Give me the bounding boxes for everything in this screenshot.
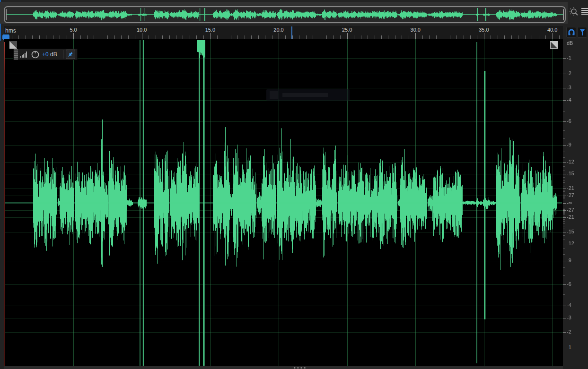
db-tick [563,152,565,152]
ruler-tick [162,35,163,39]
ruler-tick [388,35,388,39]
tooltip-icon-ghost [270,91,278,99]
ruler-tick [361,35,361,39]
zoom-navigator[interactable] [4,6,566,23]
ruler-time-label: 35.0 [476,27,492,33]
db-tick [563,261,566,261]
ruler-tick [422,35,423,39]
ruler-tick [203,35,204,39]
db-label: -4 [567,302,571,308]
ruler-time-label: 5.0 [65,27,81,33]
ruler-tick [340,35,341,39]
drag-grip-icon[interactable] [14,49,18,60]
ruler-tick [169,35,170,39]
ruler-tick [87,35,88,39]
db-tick [563,189,566,189]
db-tick [563,249,565,249]
zoom-tool-icon[interactable] [569,7,580,18]
ruler-tick [94,35,94,39]
bottom-grip-icon[interactable] [294,367,307,369]
overview-strip [0,2,568,24]
db-label: -1 [567,55,571,60]
ruler-tick [128,35,129,39]
ruler-tick [217,35,218,39]
ruler-tick [26,35,26,39]
db-tick [563,74,566,74]
gain-value[interactable]: +0 dB [42,51,57,58]
db-tick [563,88,566,88]
db-label: -3 [567,315,571,320]
ruler-tick [32,35,33,39]
bottom-resize-strip[interactable] [4,366,563,369]
db-label: -4 [567,97,571,103]
db-scale-ruler[interactable]: dB -1-1-2-2-3-3-4-4-6-6-9-9-12-12-15-15-… [563,39,588,369]
hud-pin-button[interactable] [66,50,75,59]
gain-hud[interactable]: +0 dB [13,49,78,60]
db-tick [563,229,565,229]
pushpin-icon [67,51,73,58]
ruler-tick [532,35,532,39]
db-tick [563,58,566,59]
db-tick [563,174,566,174]
ruler-time-label: 15.0 [202,27,218,33]
db-tick [563,217,566,218]
db-tick [563,145,566,146]
ruler-tick [190,35,190,39]
corner-split-handle-left[interactable] [9,41,17,49]
db-label: -15 [567,171,574,176]
ruler-tick [491,35,491,39]
ruler-tick [299,35,299,39]
ruler-tick [402,35,402,39]
db-label: -21 [567,185,574,191]
db-tick [563,213,565,214]
waveform-editor[interactable]: +0 dB [4,39,563,366]
ruler-tick [415,33,416,39]
ruler-tick [395,35,395,39]
db-tick [563,162,566,163]
db-tick [563,121,566,122]
ruler-tick [443,35,443,39]
db-label: -3 [567,85,571,90]
db-tick [563,198,565,198]
db-tick [563,240,565,240]
db-tick [563,138,565,139]
corner-split-handle-right[interactable] [550,41,558,49]
db-tick [563,294,565,295]
ruler-tick [477,35,477,39]
ruler-time-label: 40.0 [544,27,561,33]
db-label: -12 [567,240,574,246]
timeline-ruler[interactable]: hms 5.010.015.020.025.030.035.040.0 [4,26,563,39]
db-tick [563,209,565,209]
timeline-marker[interactable] [291,26,292,39]
ruler-tick [224,35,224,39]
ruler-tick [545,35,546,39]
ruler-tick [511,35,512,39]
panel-icon-bar [567,6,588,19]
headphones-icon [568,28,575,36]
db-label: -∞ [567,200,572,206]
ruler-tick [450,35,450,39]
ruler-tick [101,35,101,39]
ruler-tick [553,33,553,39]
ruler-tick [292,35,293,39]
ruler-tick [46,35,46,39]
db-tick [563,232,566,232]
ruler-tick [464,35,464,39]
db-label: -27 [567,192,574,198]
db-tick [563,221,565,222]
ruler-tick [470,35,471,39]
ruler-time-label: 20.0 [271,27,287,33]
panel-menu-icon[interactable] [581,8,588,16]
gain-knob-icon[interactable] [31,51,39,59]
time-format-label[interactable]: hms [5,27,16,34]
waveform-canvas[interactable] [4,39,563,366]
db-tick [563,112,565,112]
headphones-button[interactable] [566,27,576,38]
ruler-tick [326,35,327,39]
db-tick [563,171,565,171]
ruler-tick [80,35,81,39]
db-tick [563,267,565,268]
ruler-tick [196,35,197,39]
db-label: -1 [567,344,571,350]
marker-pin-button[interactable] [577,27,587,38]
